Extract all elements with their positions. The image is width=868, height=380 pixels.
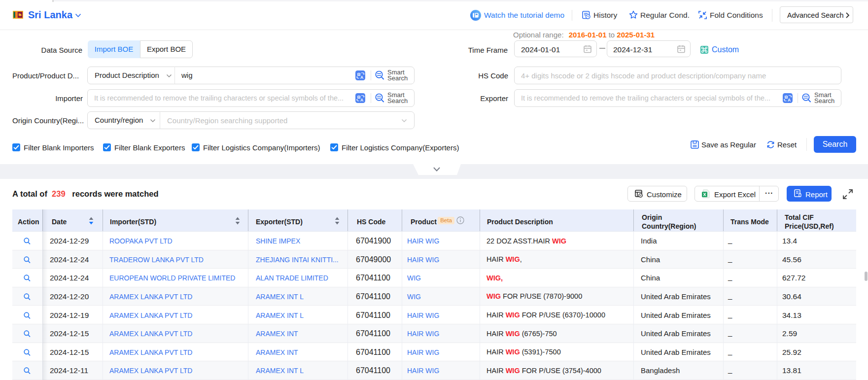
svg-text:A: A	[788, 98, 791, 103]
svg-text:A: A	[360, 75, 363, 80]
svg-text:A: A	[360, 98, 363, 103]
